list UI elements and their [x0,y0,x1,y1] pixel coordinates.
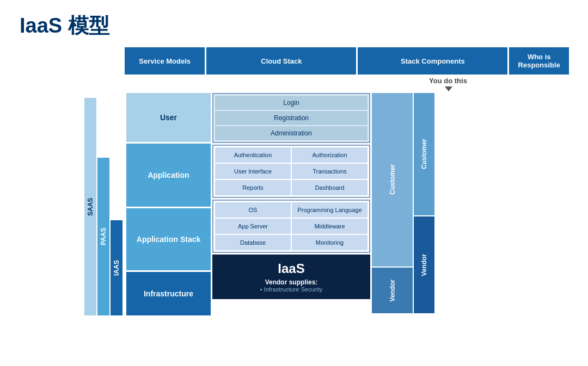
header-cloud-stack: Cloud Stack [206,47,356,75]
cs-user: User [126,93,211,142]
cloud-stack-col: User Application Application Stack Infra… [126,93,211,315]
sc-middleware: Middleware [292,219,367,234]
sc-registration: Registration [215,111,367,125]
sc-administration: Administration [215,126,367,140]
body-area: SAAS PAAS IAAS User Application Applicat… [84,93,569,315]
sc-dashboard: Dashboard [292,180,367,195]
customer-label-inner: Customer [389,164,396,195]
sc-iaas-subtitle: Vendor supplies: [265,278,318,286]
sc-user-section: Login Registration Administration [212,93,370,143]
sc-user-interface: User Interface [215,164,291,179]
sc-iaas-detail: • Infrastructure Security [260,286,323,293]
you-do-this-arrow [445,86,452,91]
header-row: Service Models Cloud Stack Stack Compone… [125,47,569,75]
who-customer-block-left: Customer [372,93,413,266]
iaas-label: IAAS [111,220,122,315]
cs-application-stack: Application Stack [126,208,211,270]
who-left-col: Customer Vendor [372,93,413,315]
sc-appstack-section: OS Programming Language App Server Middl… [212,200,370,253]
vendor-label-right: Vendor [420,254,428,276]
you-do-this-row: You do this [125,75,569,93]
vendor-label-inner: Vendor [389,280,396,302]
who-right-col: Customer Vendor [414,93,434,315]
cs-infrastructure: Infrastructure [126,272,211,315]
page-title: IaaS 模型 [0,0,588,47]
sc-iaas-title: IaaS [278,261,304,276]
sc-application-section: Authentication Authorization User Interf… [212,145,370,198]
header-stack-components: Stack Components [358,47,507,75]
who-vendor-block-right: Vendor [414,216,434,313]
sc-os: OS [215,202,291,218]
customer-label-right: Customer [420,139,428,169]
who-col: Customer Vendor Customer Vendor [372,93,434,315]
who-vendor-block-left: Vendor [372,268,413,313]
sc-authorization: Authorization [292,147,367,163]
who-customer-block-right: Customer [414,93,434,215]
paas-label: PAAS [97,158,109,315]
diagram-area: Service Models Cloud Stack Stack Compone… [84,47,569,315]
sc-iaas-section: IaaS Vendor supplies: • Infrastructure S… [212,255,370,299]
sc-reports: Reports [215,180,291,195]
header-service-models: Service Models [125,47,205,75]
saas-label: SAAS [84,98,96,315]
sc-login: Login [215,96,367,110]
sc-monitoring: Monitoring [292,235,367,250]
sc-app-server: App Server [215,219,291,234]
sc-authentication: Authentication [215,147,291,163]
header-who-responsible: Who is Responsible [509,47,569,75]
sc-transactions: Transactions [292,164,367,179]
service-models-col: SAAS PAAS IAAS [84,98,125,315]
cs-application: Application [126,144,211,207]
sc-programming-language: Programming Language [292,202,367,218]
stack-components-col: Login Registration Administration Authen… [212,93,370,299]
you-do-this-label: You do this [369,77,527,85]
page-container: IaaS 模型 Service Models Cloud Stack Stack… [0,0,588,366]
sc-database: Database [215,235,291,250]
